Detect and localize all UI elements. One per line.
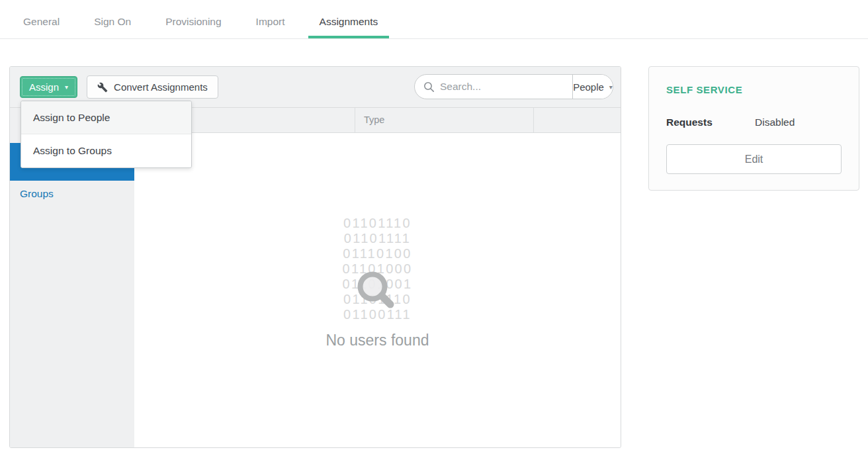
table-header-row: Type <box>134 108 621 133</box>
app-tabbar: General Sign On Provisioning Import Assi… <box>0 0 868 39</box>
magnifier-icon <box>349 264 402 317</box>
requests-row: Requests Disabled <box>666 116 842 128</box>
self-service-panel: SELF SERVICE Requests Disabled Edit <box>648 66 859 191</box>
requests-label: Requests <box>666 116 755 128</box>
tab-import[interactable]: Import <box>256 0 285 38</box>
chevron-down-icon: ▾ <box>609 83 613 91</box>
edit-button[interactable]: Edit <box>666 144 842 174</box>
search-group: People ▾ <box>414 74 613 99</box>
search-input[interactable] <box>440 81 572 93</box>
assign-button[interactable]: Assign ▾ <box>20 76 77 98</box>
tab-sign-on[interactable]: Sign On <box>94 0 131 38</box>
search-scope-label: People <box>573 81 604 93</box>
binary-line: 01101110 <box>134 216 621 231</box>
search-scope-dropdown[interactable]: People ▾ <box>572 75 613 99</box>
search-icon <box>423 81 435 93</box>
search-box <box>415 75 572 99</box>
chevron-down-icon: ▾ <box>65 83 68 91</box>
binary-line: 01110100 <box>134 246 621 261</box>
tab-assignments[interactable]: Assignments <box>320 0 378 38</box>
empty-state-message: No users found <box>134 332 621 349</box>
convert-button-label: Convert Assignments <box>114 81 208 93</box>
tab-provisioning[interactable]: Provisioning <box>165 0 221 38</box>
table-header-actions <box>533 108 621 132</box>
empty-state: 01101110 01101111 01110100 01101000 0110… <box>134 133 621 349</box>
menu-item-assign-to-people[interactable]: Assign to People <box>21 101 191 134</box>
binary-line: 01101111 <box>134 231 621 246</box>
sidebar-item-groups[interactable]: Groups <box>10 181 134 207</box>
assign-button-label: Assign <box>29 81 59 93</box>
assign-dropdown-menu: Assign to People Assign to Groups <box>21 101 192 168</box>
wrench-icon <box>97 82 108 93</box>
assignments-table: Type 01101110 01101111 01110100 01101000… <box>134 108 621 447</box>
requests-value: Disabled <box>755 116 795 128</box>
tab-general[interactable]: General <box>23 0 60 38</box>
convert-assignments-button[interactable]: Convert Assignments <box>87 75 218 99</box>
menu-item-assign-to-groups[interactable]: Assign to Groups <box>21 134 191 167</box>
table-header-type: Type <box>355 108 533 132</box>
assignments-panel: Assign ▾ Convert Assignments People ▾ <box>9 66 621 448</box>
self-service-title: SELF SERVICE <box>666 84 842 95</box>
